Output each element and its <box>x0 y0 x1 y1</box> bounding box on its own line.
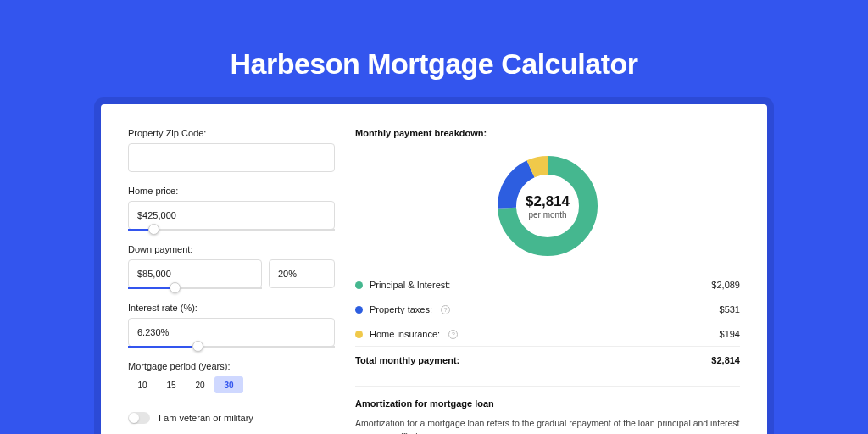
help-icon[interactable]: ? <box>441 305 450 314</box>
down-payment-label: Down payment: <box>128 244 335 254</box>
home-price-input[interactable] <box>128 201 335 230</box>
dot-icon <box>355 281 363 289</box>
amort-text: Amortization for a mortgage loan refers … <box>355 417 740 434</box>
total-value: $2,814 <box>711 355 740 365</box>
legend-row-tax: Property taxes: ? $531 <box>355 297 740 321</box>
breakdown-column: Monthly payment breakdown: $2,814 per mo… <box>355 128 740 434</box>
donut-center: $2,814 per month <box>495 153 600 259</box>
home-price-label: Home price: <box>128 186 335 196</box>
legend-value: $2,089 <box>711 280 740 290</box>
legend-value: $531 <box>720 304 740 314</box>
legend-value: $194 <box>720 329 740 339</box>
period-tabs: 10 15 20 30 <box>128 376 335 393</box>
period-label: Mortgage period (years): <box>128 361 335 371</box>
dot-icon <box>355 306 363 314</box>
zip-input[interactable] <box>128 143 335 172</box>
calculator-card: Property Zip Code: Home price: Down paym… <box>101 104 767 434</box>
period-tab-30[interactable]: 30 <box>214 376 243 393</box>
home-price-slider[interactable] <box>128 229 335 231</box>
interest-label: Interest rate (%): <box>128 303 335 313</box>
amort-title: Amortization for mortgage loan <box>355 398 740 409</box>
down-payment-input[interactable] <box>128 259 262 288</box>
period-tab-15[interactable]: 15 <box>157 376 186 393</box>
zip-label: Property Zip Code: <box>128 128 335 138</box>
total-label: Total monthly payment: <box>355 355 459 365</box>
period-tab-10[interactable]: 10 <box>128 376 157 393</box>
interest-input[interactable] <box>128 318 335 347</box>
donut-chart-wrap: $2,814 per month <box>355 148 740 272</box>
down-payment-slider[interactable] <box>128 287 262 289</box>
amortization-section: Amortization for mortgage loan Amortizat… <box>355 386 740 434</box>
legend-row-ins: Home insurance: ? $194 <box>355 321 740 346</box>
legend-row-pi: Principal & Interest: $2,089 <box>355 272 740 297</box>
form-column: Property Zip Code: Home price: Down paym… <box>128 128 335 434</box>
veteran-toggle[interactable] <box>128 412 150 424</box>
page-title: Harbeson Mortgage Calculator <box>0 0 868 104</box>
down-payment-group: Down payment: <box>128 244 335 289</box>
down-payment-pct-input[interactable] <box>269 259 335 288</box>
donut-sub: per month <box>528 210 566 220</box>
legend-label: Property taxes: <box>370 304 432 314</box>
veteran-row: I am veteran or military <box>128 412 335 424</box>
donut-chart: $2,814 per month <box>495 153 600 259</box>
zip-field-group: Property Zip Code: <box>128 128 335 172</box>
help-icon[interactable]: ? <box>448 330 458 339</box>
period-tab-20[interactable]: 20 <box>186 376 214 393</box>
breakdown-title: Monthly payment breakdown: <box>355 128 740 138</box>
home-price-group: Home price: <box>128 186 335 231</box>
period-group: Mortgage period (years): 10 15 20 30 <box>128 361 335 393</box>
donut-amount: $2,814 <box>526 193 570 210</box>
dot-icon <box>355 331 363 338</box>
legend-total-row: Total monthly payment: $2,814 <box>355 346 740 374</box>
legend-label: Home insurance: <box>370 329 440 339</box>
veteran-label: I am veteran or military <box>159 413 253 423</box>
toggle-knob <box>129 413 139 423</box>
legend-label: Principal & Interest: <box>370 280 450 290</box>
interest-slider[interactable] <box>128 346 335 348</box>
interest-group: Interest rate (%): <box>128 303 335 348</box>
